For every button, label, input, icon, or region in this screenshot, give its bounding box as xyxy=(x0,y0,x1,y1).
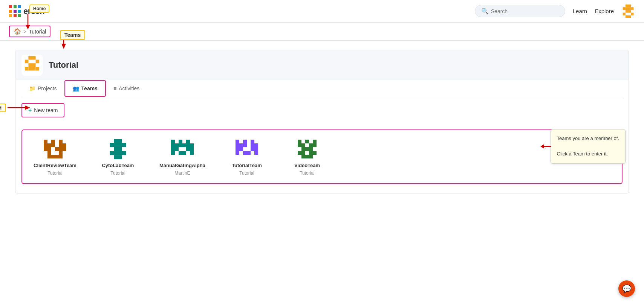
svg-rect-59 xyxy=(179,140,182,143)
svg-rect-22 xyxy=(628,15,631,18)
videoteam-name: VideoTeam xyxy=(294,163,320,168)
svg-rect-32 xyxy=(36,67,40,71)
clientreviewteam-name: ClientReviewTeam xyxy=(34,163,76,168)
svg-rect-41 xyxy=(47,143,51,147)
team-card-tutorialteam[interactable]: TutorialTeam Tutorial xyxy=(228,138,266,176)
team-card-cytolabteam[interactable]: CytoLabTeam Tutorial xyxy=(99,138,137,176)
svg-rect-62 xyxy=(175,143,179,147)
callout-arrow xyxy=(540,143,552,150)
team-icon-videoteam xyxy=(294,138,320,160)
home-tooltip: Home xyxy=(29,5,49,13)
header: Home ercen 🔍 Learn xyxy=(0,0,644,23)
svg-rect-68 xyxy=(186,147,194,151)
svg-rect-83 xyxy=(243,151,251,155)
add-tooltip: Add xyxy=(0,104,6,112)
svg-rect-61 xyxy=(171,143,175,147)
svg-rect-94 xyxy=(313,151,317,155)
teams-callout: Teams you are a member of. Click a Team … xyxy=(551,129,626,164)
svg-rect-58 xyxy=(171,140,175,143)
svg-rect-77 xyxy=(243,143,247,147)
svg-rect-64 xyxy=(182,143,186,147)
user-avatar-icon[interactable] xyxy=(621,5,635,18)
svg-rect-30 xyxy=(28,67,32,71)
videoteam-icon xyxy=(296,140,318,158)
svg-rect-7 xyxy=(18,10,21,13)
manualgatingalpha-icon xyxy=(171,140,194,158)
tabs-bar: 📁 Projects 👥 Teams ≡ Activities xyxy=(21,80,623,97)
teams-area: ClientReviewTeam Tutorial xyxy=(21,129,623,184)
svg-rect-74 xyxy=(251,140,254,143)
svg-rect-12 xyxy=(628,5,631,7)
home-arrow xyxy=(24,14,32,29)
svg-rect-37 xyxy=(44,140,47,143)
svg-rect-23 xyxy=(28,56,32,60)
svg-rect-70 xyxy=(179,151,186,155)
team-card-manualgatingalpha[interactable]: ManualGatingAlpha MartinE xyxy=(159,138,205,176)
workspace-header: Tutorial Teams xyxy=(15,50,629,80)
svg-marker-1 xyxy=(26,25,30,29)
svg-rect-72 xyxy=(236,140,239,143)
svg-rect-85 xyxy=(298,140,301,143)
svg-rect-55 xyxy=(114,147,122,151)
learn-link[interactable]: Learn xyxy=(573,8,587,14)
svg-rect-16 xyxy=(631,7,633,10)
breadcrumb-tutorial[interactable]: Tutorial xyxy=(29,29,46,35)
svg-rect-71 xyxy=(190,151,194,155)
list-icon: ≡ xyxy=(113,85,116,91)
search-bar[interactable]: 🔍 xyxy=(475,5,565,17)
home-icon[interactable]: 🏠 xyxy=(14,28,21,35)
svg-rect-63 xyxy=(179,143,182,147)
people-icon: 👥 xyxy=(73,85,79,91)
svg-rect-48 xyxy=(47,151,51,155)
tab-activities[interactable]: ≡ Activities xyxy=(106,81,147,97)
tutorialteam-name: TutorialTeam xyxy=(232,163,262,168)
svg-rect-11 xyxy=(626,5,628,7)
svg-rect-18 xyxy=(628,10,631,12)
explore-link[interactable]: Explore xyxy=(595,8,614,14)
search-input[interactable] xyxy=(491,8,559,14)
team-card-clientreviewteam[interactable]: ClientReviewTeam Tutorial xyxy=(34,138,76,176)
svg-rect-47 xyxy=(59,147,66,151)
tab-teams[interactable]: 👥 Teams xyxy=(64,80,106,97)
svg-rect-39 xyxy=(59,140,63,143)
header-right: 🔍 Learn Explore xyxy=(475,5,635,18)
svg-rect-10 xyxy=(18,14,21,17)
svg-rect-75 xyxy=(236,143,239,147)
svg-rect-43 xyxy=(59,143,63,147)
team-card-videoteam[interactable]: VideoTeam Tutorial xyxy=(288,138,326,176)
svg-rect-65 xyxy=(186,143,190,147)
svg-rect-89 xyxy=(309,143,317,147)
tab-projects[interactable]: 📁 Projects xyxy=(21,81,64,97)
svg-rect-66 xyxy=(190,143,194,147)
cytolabteam-icon xyxy=(107,139,128,159)
svg-rect-14 xyxy=(626,7,628,10)
svg-rect-86 xyxy=(305,140,309,143)
main-content: Tutorial Teams 📁 Projects xyxy=(0,41,644,202)
search-icon: 🔍 xyxy=(481,8,489,15)
clientreviewteam-org: Tutorial xyxy=(47,171,63,176)
manualgatingalpha-org: MartinE xyxy=(174,171,190,176)
workspace-pixel-icon xyxy=(23,56,41,74)
svg-rect-21 xyxy=(626,15,628,18)
svg-rect-51 xyxy=(114,139,122,143)
svg-rect-50 xyxy=(47,155,63,158)
svg-rect-45 xyxy=(44,147,51,151)
content-inner: 📁 Projects 👥 Teams ≡ Activities Add xyxy=(15,80,629,193)
svg-rect-82 xyxy=(236,151,239,155)
svg-rect-31 xyxy=(32,67,36,71)
svg-rect-9 xyxy=(14,14,17,17)
svg-rect-27 xyxy=(28,63,32,67)
svg-rect-80 xyxy=(236,147,243,151)
svg-rect-69 xyxy=(171,151,175,155)
teams-section: ClientReviewTeam Tutorial xyxy=(21,129,623,184)
tab-projects-label: Projects xyxy=(38,85,57,91)
svg-rect-44 xyxy=(63,143,66,147)
svg-rect-3 xyxy=(14,5,17,8)
svg-rect-4 xyxy=(18,5,21,8)
svg-rect-40 xyxy=(44,143,47,147)
svg-rect-6 xyxy=(14,10,17,13)
svg-marker-36 xyxy=(25,105,30,110)
videoteam-org: Tutorial xyxy=(300,171,315,176)
svg-rect-8 xyxy=(9,14,12,17)
svg-rect-81 xyxy=(251,147,258,151)
